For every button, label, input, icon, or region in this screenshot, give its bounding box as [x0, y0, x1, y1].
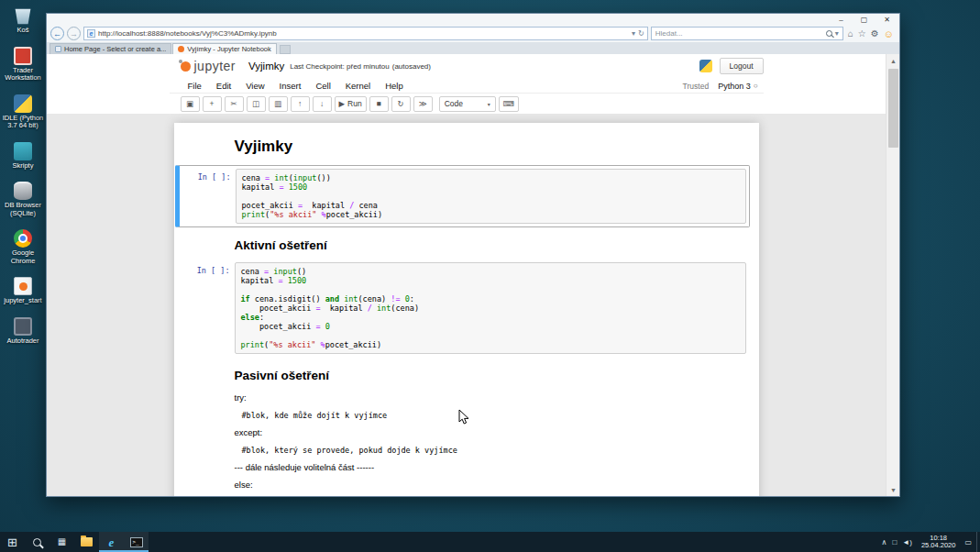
code-editor[interactable]: cena = input() kapital = 1500 if cena.is…	[235, 262, 746, 354]
action-center-icon: ▭	[964, 538, 972, 546]
search-placeholder[interactable]: Hledat...	[655, 29, 823, 38]
taskbar-icon-task-view[interactable]: ▦	[50, 532, 74, 552]
save-icon: ▣	[186, 99, 193, 108]
menu-cell[interactable]: Cell	[308, 81, 337, 91]
back-button[interactable]: ←	[50, 27, 64, 40]
move-up-button[interactable]: ↑	[291, 96, 310, 112]
notebook-heading: Pasivní ošetření	[235, 369, 750, 382]
desktop-icon-label: Google Chrome	[1, 249, 45, 265]
feedback-smiley-icon[interactable]: ☺	[884, 28, 894, 39]
desktop-icon-google-chrome[interactable]: Google Chrome	[1, 229, 45, 265]
interrupt-kernel-button[interactable]: ■	[369, 96, 389, 112]
add-cell-button[interactable]: +	[203, 96, 222, 112]
desktop-icon-column: KošTrader WorkstationIDLE (Python 3.7 64…	[1, 6, 45, 345]
markdown-paragraph: try:	[235, 389, 759, 406]
jupyter-brand[interactable]: jupyter	[194, 59, 237, 73]
taskbar-spacer	[149, 532, 877, 552]
code-cell[interactable]: In [ ]:cena = input() kapital = 1500 if …	[178, 259, 750, 358]
address-bar[interactable]: e http://localhost:8888/notebooks/Vyj%C3…	[83, 27, 648, 40]
home-icon[interactable]: ⌂	[848, 28, 853, 39]
browser-titlebar[interactable]: – ▢ ✕	[47, 14, 899, 25]
volume-icon[interactable]: ◄)	[902, 538, 912, 546]
desktop-icon-recycle-bin[interactable]: Koš	[1, 6, 45, 35]
chevron-up-icon[interactable]: ∧	[882, 538, 887, 546]
notebook-heading: Aktivní ošetření	[235, 238, 750, 252]
menu-insert[interactable]: Insert	[272, 81, 309, 91]
markdown-code-line: #blok, který se provede, pokud dojde k v…	[235, 441, 759, 458]
taskbar-clock[interactable]: 10:18 25.04.2020	[917, 532, 961, 552]
menu-view[interactable]: View	[238, 81, 271, 91]
url-text[interactable]: http://localhost:8888/notebooks/Vyj%C3%A…	[98, 29, 629, 38]
logout-button[interactable]: Logout	[720, 58, 764, 74]
task-view-icon: ▦	[58, 537, 66, 546]
browser-tab[interactable]: Home Page - Select or create a...	[50, 43, 171, 54]
close-button[interactable]: ✕	[875, 14, 898, 25]
cell-type-dropdown[interactable]: Code ▾	[439, 96, 496, 112]
refresh-icon[interactable]: ↻	[638, 29, 644, 38]
restart-kernel-button[interactable]: ↻	[391, 96, 411, 112]
taskbar-icon-search[interactable]	[25, 532, 50, 552]
menu-edit[interactable]: Edit	[209, 81, 238, 91]
kernel-name: Python 3	[718, 82, 751, 91]
desktop-icon-idle-python[interactable]: IDLE (Python 3.7 64 bit)	[1, 94, 45, 130]
scrollbar-thumb[interactable]	[888, 69, 898, 148]
desktop-icon-label: Skripty	[13, 162, 34, 171]
copy-cell-button[interactable]: ◫	[247, 96, 266, 112]
url-dropdown-icon[interactable]: ▾	[632, 29, 635, 38]
menu-file[interactable]: File	[181, 81, 209, 91]
search-dropdown-icon[interactable]: ▾	[835, 29, 839, 38]
jupyter-logo-icon[interactable]	[181, 61, 191, 72]
minimize-button[interactable]: –	[830, 14, 853, 25]
notebook-title[interactable]: Vyjimky	[248, 61, 284, 72]
scroll-up-icon[interactable]: ▲	[886, 54, 900, 67]
network-icon[interactable]: □	[892, 538, 897, 546]
trader-workstation-icon	[14, 47, 32, 65]
desktop-icon-autotrader[interactable]: Autotrader	[1, 317, 45, 346]
browser-nav-bar: ← → e http://localhost:8888/notebooks/Vy…	[47, 25, 899, 42]
jupyter-start-icon	[14, 277, 32, 295]
taskbar-icon-start[interactable]: ⊞	[0, 532, 25, 552]
markdown-cell[interactable]: try:#blok, kde může dojít k vyjímceexcep…	[174, 389, 759, 496]
toolbar-buttons: ▣+✂◫▥↑↓▶Run■↻≫	[181, 96, 433, 112]
command-palette-button[interactable]: ⌨	[499, 96, 519, 112]
code-editor[interactable]: cena = int(input()) kapital = 1500 pocet…	[236, 169, 746, 224]
search-icon	[33, 538, 41, 546]
forward-button[interactable]: →	[67, 27, 81, 40]
desktop-icon-trader-workstation[interactable]: Trader Workstation	[1, 47, 45, 83]
desktop-icon-skripty[interactable]: Skripty	[1, 142, 45, 171]
show-desktop-button[interactable]	[976, 532, 980, 552]
taskbar-icon-file-explorer[interactable]	[74, 532, 99, 552]
settings-icon[interactable]: ⚙	[871, 28, 879, 39]
desktop-icon-jupyter-start[interactable]: jupyter_start	[1, 277, 45, 305]
trusted-badge: Trusted	[683, 82, 710, 91]
code-cell[interactable]: In [ ]:cena = int(input()) kapital = 150…	[175, 165, 750, 227]
menu-help[interactable]: Help	[378, 81, 411, 91]
markdown-paragraph: except:	[235, 424, 759, 441]
jupyter-page: jupyter Vyjimky Last Checkpoint: před mi…	[47, 54, 886, 496]
restart-kernel-icon: ↻	[398, 99, 404, 108]
favorites-icon[interactable]: ☆	[858, 28, 866, 39]
paste-cell-button[interactable]: ▥	[269, 96, 288, 112]
cut-cell-button[interactable]: ✂	[225, 96, 244, 112]
page-scrollbar[interactable]: ▲ ▼	[886, 54, 899, 496]
desktop-icon-label: Trader Workstation	[1, 67, 45, 83]
maximize-button[interactable]: ▢	[853, 14, 875, 25]
search-icon[interactable]	[826, 30, 832, 37]
run-cell-button[interactable]: ▶Run	[335, 96, 367, 112]
notebook-container: VyjimkyIn [ ]:cena = int(input()) kapita…	[174, 123, 759, 496]
search-box[interactable]: Hledat... ▾	[651, 27, 843, 40]
browser-tab[interactable]: Vyjímky - Jupyter Notebook	[172, 43, 276, 54]
new-tab-button[interactable]	[280, 45, 291, 54]
move-down-button[interactable]: ↓	[313, 96, 332, 112]
taskbar-icon-internet-explorer[interactable]: e	[99, 532, 124, 552]
move-down-icon: ↓	[320, 99, 324, 108]
autotrader-icon	[14, 317, 32, 336]
save-button[interactable]: ▣	[181, 96, 200, 112]
menu-kernel[interactable]: Kernel	[338, 81, 378, 91]
restart-run-all-button[interactable]: ≫	[413, 96, 433, 112]
scroll-down-icon[interactable]: ▼	[886, 483, 900, 496]
action-center[interactable]: ▭	[960, 532, 976, 552]
desktop-icon-db-browser[interactable]: DB Browser (SQLite)	[1, 182, 45, 217]
taskbar-icon-terminal[interactable]: >_	[124, 532, 149, 552]
restart-run-all-icon: ≫	[419, 99, 427, 108]
